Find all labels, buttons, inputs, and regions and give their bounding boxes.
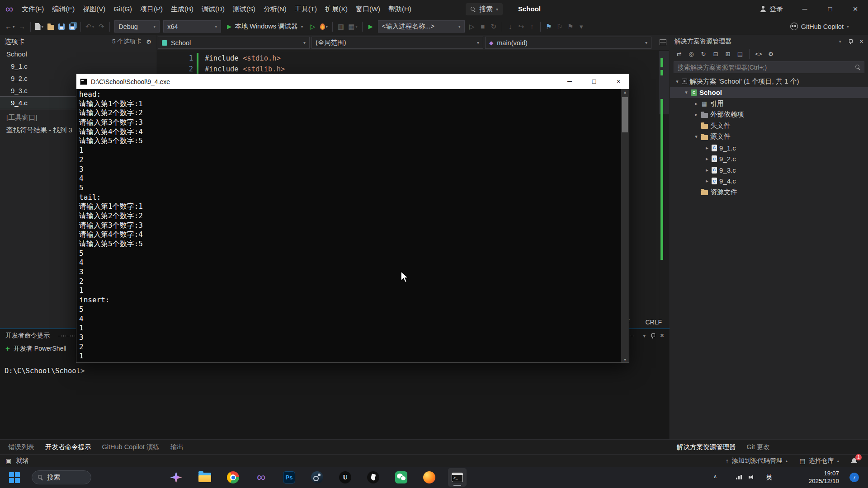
close-button[interactable]: × <box>843 0 868 18</box>
new-terminal-icon[interactable]: + <box>5 344 10 353</box>
collapsed-arrow-icon[interactable]: ▸ <box>693 112 700 117</box>
tree-item-9-1-c[interactable]: ▸ 9_1.c <box>670 142 868 154</box>
new-file-button[interactable]: ▾ <box>34 20 45 33</box>
minimize-button[interactable]: ─ <box>792 0 817 18</box>
tab-copilot-walkthrough[interactable]: GitHub Copilot 演练 <box>97 440 165 454</box>
tree-item-project-school[interactable]: ▾ School <box>670 87 868 99</box>
stop-debugging-button[interactable]: ■ <box>478 20 488 33</box>
folder-view-icon[interactable]: ▤ <box>735 51 745 57</box>
scrollbar-thumb[interactable] <box>622 97 628 132</box>
refresh-icon[interactable]: ↻ <box>698 51 709 57</box>
chrome-button[interactable] <box>224 468 242 487</box>
save-button[interactable] <box>57 20 66 33</box>
menu-item[interactable]: 编辑(E) <box>48 0 79 18</box>
tree-item-source-files[interactable]: ▾ 源文件 <box>670 131 868 143</box>
collapsed-arrow-icon[interactable]: ▸ <box>703 156 711 162</box>
line-ending-label[interactable]: CRLF <box>645 319 662 326</box>
start-without-debugging-button[interactable]: ▷ <box>308 20 318 33</box>
platform-dropdown[interactable]: x64▾ <box>163 20 221 33</box>
undo-button[interactable]: ↶▾ <box>84 20 95 33</box>
pin-icon[interactable] <box>848 39 853 44</box>
tab-output[interactable]: 输出 <box>165 440 189 454</box>
browser-button[interactable] <box>420 468 439 487</box>
collapse-all-icon[interactable]: ⊟ <box>710 51 721 57</box>
view-code-icon[interactable]: <> <box>753 51 764 57</box>
navigate-forward-button[interactable]: → <box>17 20 27 33</box>
editor-scrollbar[interactable] <box>659 50 669 328</box>
open-file-button[interactable] <box>46 20 56 33</box>
title-search-box[interactable]: 搜索 ▾ <box>466 3 503 15</box>
network-icon[interactable] <box>736 475 742 479</box>
visual-studio-button[interactable] <box>252 468 270 487</box>
switch-views-icon[interactable]: ⇄ <box>674 51 684 57</box>
step-into-button[interactable]: ↓ <box>505 20 515 33</box>
scroll-down-icon[interactable]: ▾ <box>621 357 629 362</box>
tree-item-9-2-c[interactable]: ▸ 9_2.c <box>670 154 868 165</box>
step-over-button[interactable]: ↪ <box>516 20 526 33</box>
tree-item-header-files[interactable]: 头文件 <box>670 120 868 131</box>
menu-item[interactable]: 生成(B) <box>167 0 198 18</box>
console-minimize-button[interactable]: ─ <box>559 74 580 89</box>
tree-item-external-dependencies[interactable]: ▸ 外部依赖项 <box>670 109 868 121</box>
window-position-chevron-icon[interactable]: ▾ <box>839 39 841 44</box>
github-copilot-button[interactable]: GitHub Copilot ▾ <box>790 23 849 30</box>
tab-9-1-c[interactable]: 9_1.c <box>0 60 156 72</box>
member-dropdown[interactable]: ◆ main(void) ▾ <box>485 37 651 49</box>
tab-developer-command-prompt[interactable]: 开发者命令提示 <box>40 440 97 454</box>
photoshop-button[interactable] <box>280 468 298 487</box>
tab-error-list[interactable]: 错误列表 <box>3 440 40 454</box>
project-dropdown[interactable]: School ▾ <box>158 37 310 49</box>
tree-item-9-4-c[interactable]: ▸ 9_4.c <box>670 176 868 187</box>
collapsed-arrow-icon[interactable]: ▸ <box>703 167 711 173</box>
file-explorer-button[interactable] <box>195 468 214 487</box>
ime-indicator[interactable]: 英 <box>766 473 773 482</box>
menu-item[interactable]: 调试(D) <box>198 0 229 18</box>
tray-overflow-chevron-icon[interactable]: ∧ <box>713 474 717 479</box>
toolbar-overflow-button[interactable]: ▾ <box>576 20 586 33</box>
copilot-sparkle-button[interactable] <box>167 468 185 487</box>
start-debugging-button[interactable]: ▶ 本地 Windows 调试器 ▾ <box>223 22 307 31</box>
tree-item-references[interactable]: ▸ ▦ 引用 <box>670 98 868 109</box>
save-all-button[interactable] <box>67 20 77 33</box>
start-button[interactable] <box>9 472 20 483</box>
add-to-source-control-button[interactable]: ↑ 添加到源代码管理 ▴ <box>726 457 788 465</box>
terminal-session-label[interactable]: 开发者 PowerShell <box>14 345 66 353</box>
menu-item[interactable]: 项目(P) <box>136 0 167 18</box>
tree-item-resource-files[interactable]: 资源文件 <box>670 187 868 198</box>
restart-button[interactable]: ↻ <box>489 20 499 33</box>
sign-in-button[interactable]: 登录 <box>760 5 783 14</box>
configuration-dropdown[interactable]: Debug▾ <box>114 20 160 33</box>
tab-solution-explorer[interactable]: 解决方案资源管理器 <box>671 440 741 454</box>
menu-item[interactable]: 测试(S) <box>229 0 259 18</box>
expanded-arrow-icon[interactable]: ▾ <box>683 89 690 95</box>
menu-item[interactable]: Git(G) <box>109 0 136 18</box>
scroll-up-icon[interactable]: ▴ <box>621 89 629 94</box>
media-app-button[interactable] <box>364 468 382 487</box>
hot-reload-button[interactable]: ▾ <box>319 20 330 33</box>
unreal-button[interactable] <box>336 468 354 487</box>
menu-item[interactable]: 工具(T) <box>291 0 321 18</box>
expanded-arrow-icon[interactable]: ▾ <box>674 79 681 84</box>
tree-item-solution[interactable]: ▾ 解决方案 'School' (1 个项目, 共 1 个) <box>670 76 868 87</box>
redo-button[interactable]: ↷ <box>96 20 106 33</box>
diagnostics-button[interactable]: ▦▾ <box>347 20 359 33</box>
menu-item[interactable]: 文件(F) <box>18 0 48 18</box>
break-all-button[interactable]: ▥ <box>336 20 346 33</box>
tree-item-9-3-c[interactable]: ▸ 9_3.c <box>670 164 868 176</box>
process-name-dropdown[interactable]: <输入进程名称...>▾ <box>378 20 465 33</box>
show-all-files-icon[interactable]: ⊞ <box>722 51 733 57</box>
settings-gear-icon[interactable]: ⚙ <box>146 38 151 45</box>
pin-icon[interactable] <box>650 333 656 338</box>
menu-item[interactable]: 窗口(W) <box>352 0 384 18</box>
console-title-bar[interactable]: D:\C\School\School\9_4.exe ─ □ × <box>76 74 629 89</box>
select-repository-button[interactable]: ▤ 选择仓库 ▴ <box>799 457 839 465</box>
close-panel-icon[interactable]: × <box>660 332 664 339</box>
menu-item[interactable]: 扩展(X) <box>321 0 352 18</box>
console-scrollbar[interactable]: ▴ ▾ <box>621 89 629 362</box>
close-panel-icon[interactable]: × <box>859 38 863 45</box>
properties-icon[interactable]: ⚙ <box>765 51 776 57</box>
menu-item[interactable]: 视图(V) <box>79 0 109 18</box>
console-close-button[interactable]: × <box>608 74 629 89</box>
next-bookmark-button[interactable]: ⚑ <box>566 20 576 33</box>
window-position-chevron-icon[interactable]: ▾ <box>643 333 646 338</box>
